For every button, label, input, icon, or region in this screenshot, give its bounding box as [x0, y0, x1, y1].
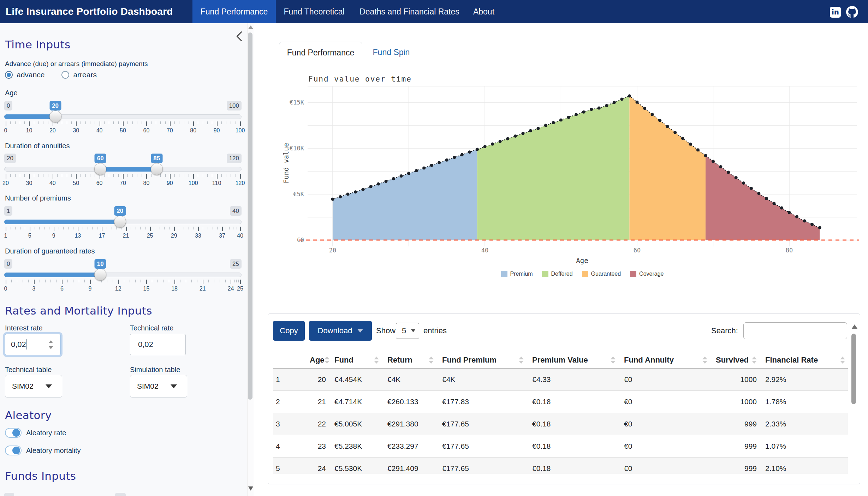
payment-radio-group: advance arrears [5, 71, 97, 79]
linkedin-icon[interactable]: in [830, 7, 841, 18]
slider-minor-tick [234, 280, 235, 282]
slider-minor-tick [237, 227, 237, 229]
table-row[interactable]: 221€4.714K€260.133€177.83€0.18€010001.78… [273, 390, 848, 413]
data-table-card: Copy Download Show 5 entries Search: Age… [268, 313, 860, 484]
slider-handle[interactable] [49, 110, 61, 122]
column-header-fund-premium[interactable]: Fund Premium [436, 352, 527, 368]
sort-asc-icon [840, 357, 845, 359]
table-row[interactable]: 524€5.530K€291.409€177.65€0.18€09992.10% [273, 457, 848, 474]
slider-min-badge: 20 [4, 154, 16, 163]
search-input[interactable] [743, 322, 847, 339]
table-cell: 24 [304, 457, 329, 474]
svg-text:60: 60 [634, 247, 641, 254]
slider-minor-tick [164, 227, 165, 229]
slider-minor-tick [229, 227, 230, 229]
svg-text:€0: €0 [297, 237, 304, 244]
slider-minor-tick [226, 174, 226, 177]
tab-label: Fund Performance [287, 48, 354, 58]
slider-minor-tick [151, 174, 151, 177]
slider-minor-tick [127, 174, 128, 177]
slider-handle[interactable] [114, 216, 126, 228]
slider-tick-label: 120 [236, 180, 245, 186]
slider-handle[interactable] [94, 269, 106, 281]
table-row[interactable]: 322€5.005K€291.380€177.65€0.18€09992.33% [273, 413, 848, 435]
radio-arrears-label[interactable]: arrears [73, 71, 97, 79]
sidebar-collapse-icon[interactable] [234, 30, 244, 42]
slider-minor-tick [15, 121, 16, 124]
copy-button[interactable]: Copy [273, 321, 305, 341]
slider-handle[interactable] [94, 163, 106, 175]
sort-icon [519, 357, 524, 364]
aleatory-rate-label[interactable]: Aleatory rate [26, 429, 66, 437]
table-scrollbar-thumb[interactable] [851, 334, 856, 404]
slider-minor-tick [43, 121, 43, 124]
aleatory-mortality-toggle[interactable] [5, 446, 22, 455]
scrollbar-up-icon[interactable] [852, 324, 857, 329]
nav-item-fund-theoretical[interactable]: Fund Theoretical [276, 0, 352, 23]
column-header-survived[interactable]: Survived [710, 352, 760, 368]
slider-min-badge: 1 [4, 206, 12, 216]
technical-rate-input[interactable] [130, 334, 186, 355]
table-row[interactable]: 120€4.454K€4K€4K€4.33€010002.92% [273, 368, 848, 390]
slider-minor-tick [214, 280, 214, 282]
slider-minor-tick [24, 121, 25, 124]
slider-tick [76, 174, 77, 179]
table-cell: 20 [304, 368, 329, 390]
legend-label: Coverage [639, 271, 664, 277]
slider-minor-tick [92, 227, 93, 229]
slider-handle[interactable] [151, 163, 163, 175]
interest-rate-label: Interest rate [5, 324, 43, 332]
slider-minor-tick [207, 121, 208, 124]
slider-minor-tick [79, 280, 79, 282]
table-cell: €0.18 [527, 457, 618, 474]
radio-advance[interactable] [5, 71, 13, 79]
column-header-index [273, 352, 304, 368]
table-row[interactable]: 423€5.238K€233.297€177.65€0.18€09991.07% [273, 435, 848, 457]
nav-item-about[interactable]: About [466, 0, 501, 23]
sidebar-scrollbar-thumb[interactable] [248, 32, 252, 400]
slider-minor-tick [63, 227, 64, 229]
chevron-down-icon [357, 329, 363, 333]
slider-minor-tick [179, 227, 179, 229]
table-cell: €291.380 [382, 413, 436, 435]
clipped-badge [4, 493, 14, 496]
column-header-age[interactable]: Age [304, 352, 329, 368]
aleatory-mortality-label[interactable]: Aleatory mortality [26, 447, 81, 455]
table-cell: €177.65 [436, 457, 527, 474]
nav-item-deaths-financial-rates[interactable]: Deaths and Financial Rates [352, 0, 466, 23]
slider-tick [6, 121, 6, 126]
column-header-return[interactable]: Return [382, 352, 436, 368]
tab-fund-performance[interactable]: Fund Performance [279, 42, 362, 63]
scrollbar-down-icon[interactable] [248, 486, 253, 491]
slider-tick-label: 9 [89, 286, 92, 292]
slider-min-badge: 0 [4, 259, 12, 269]
entries-label: entries [423, 321, 447, 341]
slider-minor-tick [163, 280, 164, 282]
column-header-fund[interactable]: Fund [329, 352, 382, 368]
slider-minor-tick [233, 227, 233, 229]
table-cell: 1000 [710, 368, 760, 390]
technical-table-select[interactable]: SIM02 [5, 375, 62, 398]
download-button[interactable]: Download [309, 321, 372, 341]
github-icon[interactable] [846, 6, 858, 18]
page-length-select[interactable]: 5 [396, 323, 419, 339]
aleatory-rate-toggle[interactable] [5, 428, 22, 438]
radio-arrears[interactable] [61, 71, 69, 79]
number-spinner-icon[interactable] [49, 340, 53, 349]
tab-fund-spin[interactable]: Fund Spin [362, 42, 420, 63]
table-scroll-area: AgeFundReturnFund PremiumPremium ValueFu… [273, 352, 848, 474]
nav-item-fund-performance[interactable]: Fund Performance [192, 0, 276, 23]
nav-item-label: Fund Performance [201, 7, 268, 17]
radio-advance-label[interactable]: advance [17, 71, 44, 79]
slider-minor-tick [116, 227, 117, 229]
slider-tick [240, 174, 241, 179]
slider-minor-tick [28, 280, 29, 282]
scrollbar-up-icon[interactable] [248, 25, 253, 29]
sort-asc-icon [374, 357, 379, 359]
slider-minor-tick [169, 227, 170, 229]
slider-tick-label: 18 [171, 286, 178, 292]
column-header-premium-value[interactable]: Premium Value [527, 352, 618, 368]
column-header-financial-rate[interactable]: Financial Rate [760, 352, 848, 368]
column-header-fund-annuity[interactable]: Fund Annuity [618, 352, 710, 368]
simulation-table-select[interactable]: SIM02 [130, 375, 187, 398]
